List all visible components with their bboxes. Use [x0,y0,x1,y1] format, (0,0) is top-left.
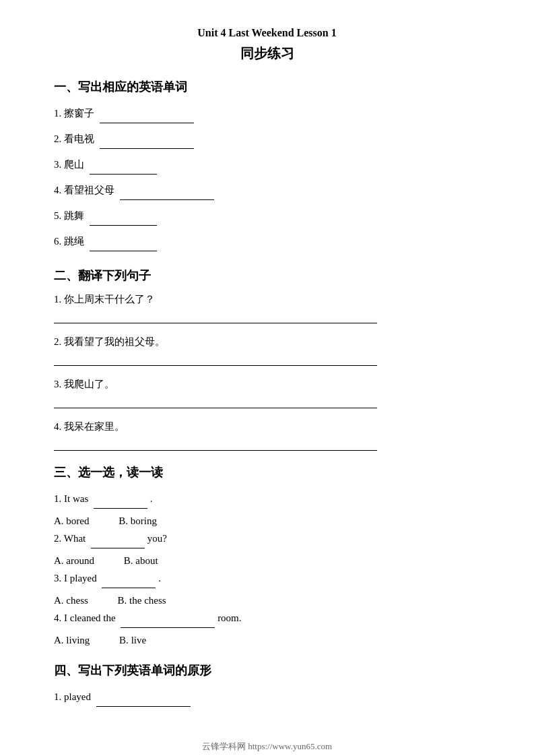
choice-q3-options: A. chess B. the chess [54,595,480,606]
blank-1-1 [100,104,194,123]
blank-3-4 [121,609,215,628]
choice-q4-stem: 4. I cleaned the room. [54,609,480,628]
q1-6: 6. 跳绳 [54,232,480,251]
blank-3-3 [102,569,156,588]
answer-line-2 [54,351,377,366]
answer-line-3 [54,393,377,408]
answer-line-4 [54,436,377,451]
section1-questions: 1. 擦窗子 2. 看电视 3. 爬山 4. 看望祖父母 5. 跳舞 6. 跳绳 [54,104,480,251]
s4-q1: 1. played [54,688,480,707]
q1-3: 3. 爬山 [54,156,480,175]
page-title-en: Unit 4 Last Weekend Lesson 1 [54,27,480,39]
blank-4-1 [96,688,191,707]
blank-1-5 [90,207,157,226]
q1-2: 2. 看电视 [54,130,480,149]
q1-1: 1. 擦窗子 [54,104,480,123]
choice-q3-stem: 3. I played . [54,569,480,588]
trans-q3: 3. 我爬山了。 [54,378,480,408]
page-title-cn: 同步练习 [54,44,480,63]
blank-1-4 [120,181,214,200]
section2-questions: 1. 你上周末干什么了？ 2. 我看望了我的祖父母。 3. 我爬山了。 4. 我… [54,293,480,451]
section4-heading: 四、写出下列英语单词的原形 [54,662,480,679]
q1-4: 4. 看望祖父母 [54,181,480,200]
section3-heading: 三、选一选，读一读 [54,464,480,480]
q1-5: 5. 跳舞 [54,207,480,226]
blank-1-2 [100,130,194,149]
choice-q2-options: A. around B. about [54,555,480,567]
choice-q2-stem: 2. What you? [54,530,480,548]
section2-heading: 二、翻译下列句子 [54,267,480,284]
section1-heading: 一、写出相应的英语单词 [54,79,480,95]
blank-1-3 [90,156,157,175]
footer-text: 云锋学科网 https://www.yun65.com [54,741,480,753]
blank-1-6 [90,232,157,251]
trans-q1: 1. 你上周末干什么了？ [54,293,480,323]
answer-line-1 [54,309,377,323]
section4-questions: 1. played [54,688,480,707]
blank-3-1 [94,490,147,509]
trans-q2: 2. 我看望了我的祖父母。 [54,336,480,366]
choice-q4-options: A. living B. live [54,635,480,646]
choice-q1-options: A. bored B. boring [54,515,480,527]
blank-3-2 [91,530,145,548]
section3-questions: 1. It was . A. bored B. boring 2. What y… [54,490,480,646]
trans-q4: 4. 我呆在家里。 [54,420,480,451]
choice-q1-stem: 1. It was . [54,490,480,509]
